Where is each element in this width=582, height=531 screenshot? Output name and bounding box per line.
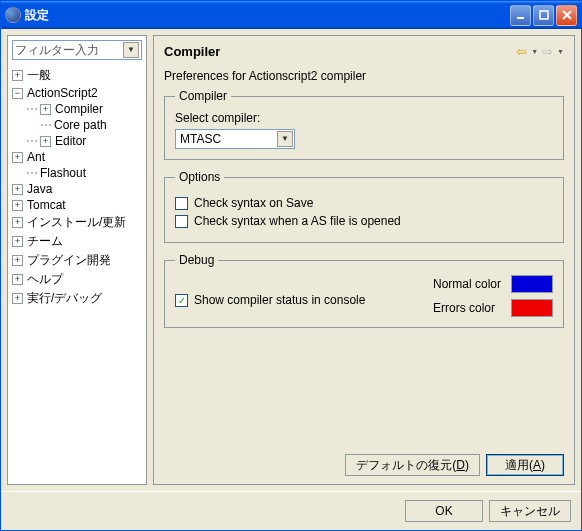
expand-icon[interactable]: + — [12, 255, 23, 266]
compiler-select[interactable]: MTASC — [175, 129, 295, 149]
debug-group: Debug ✓ Show compiler status in console … — [164, 253, 564, 328]
expand-icon[interactable]: + — [40, 136, 51, 147]
tree-item[interactable]: +インストール/更新 — [8, 213, 146, 232]
minimize-button[interactable] — [510, 5, 531, 26]
apply-button[interactable]: 適用(A) — [486, 454, 564, 476]
restore-defaults-button[interactable]: デフォルトの復元(D) — [345, 454, 480, 476]
tree-item[interactable]: +ヘルプ — [8, 270, 146, 289]
options-group: Options Check syntax on Save Check synta… — [164, 170, 564, 243]
maximize-button[interactable] — [533, 5, 554, 26]
tree-item[interactable]: −ActionScript2 — [8, 85, 146, 101]
expand-icon[interactable]: + — [40, 104, 51, 115]
expand-icon[interactable]: + — [12, 236, 23, 247]
svg-rect-1 — [540, 11, 548, 19]
collapse-icon[interactable]: − — [12, 88, 23, 99]
expand-icon[interactable]: + — [12, 184, 23, 195]
app-icon — [5, 7, 21, 23]
tree-item[interactable]: +Java — [8, 181, 146, 197]
tree-item[interactable]: ⋯Core path — [8, 117, 146, 133]
tree-item[interactable]: +プラグイン開発 — [8, 251, 146, 270]
page-title: Compiler — [164, 44, 516, 59]
cancel-button[interactable]: キャンセル — [489, 500, 571, 522]
right-panel: Compiler ⇦ ▼ ⇨ ▼ Preferences for Actions… — [153, 35, 575, 485]
debug-legend: Debug — [175, 253, 218, 267]
expand-icon[interactable]: + — [12, 70, 23, 81]
tree-item[interactable]: ⋯Flashout — [8, 165, 146, 181]
tree-item[interactable]: ⋯+Editor — [8, 133, 146, 149]
normal-color-button[interactable] — [511, 275, 553, 293]
forward-menu[interactable]: ▼ — [557, 48, 564, 55]
check-syntax-save-label: Check syntax on Save — [194, 196, 313, 210]
tree-item[interactable]: ⋯+Compiler — [8, 101, 146, 117]
back-menu[interactable]: ▼ — [531, 48, 538, 55]
errors-color-label: Errors color — [433, 301, 501, 315]
close-button[interactable] — [556, 5, 577, 26]
expand-icon[interactable]: + — [12, 293, 23, 304]
select-compiler-label: Select compiler: — [175, 111, 553, 125]
check-syntax-save-checkbox[interactable] — [175, 197, 188, 210]
check-syntax-open-label: Check syntax when a AS file is opened — [194, 214, 401, 228]
expand-icon[interactable]: + — [12, 217, 23, 228]
ok-button[interactable]: OK — [405, 500, 483, 522]
tree-item[interactable]: +Tomcat — [8, 197, 146, 213]
preference-tree[interactable]: +一般 −ActionScript2 ⋯+Compiler ⋯Core path… — [8, 64, 146, 484]
expand-icon[interactable]: + — [12, 200, 23, 211]
filter-input[interactable]: フィルター入力 — [12, 40, 142, 60]
left-panel: フィルター入力 +一般 −ActionScript2 ⋯+Compiler ⋯C… — [7, 35, 147, 485]
tree-item[interactable]: +Ant — [8, 149, 146, 165]
compiler-group: Compiler Select compiler: MTASC — [164, 89, 564, 160]
tree-item[interactable]: +チーム — [8, 232, 146, 251]
options-legend: Options — [175, 170, 224, 184]
show-compiler-status-label: Show compiler status in console — [194, 293, 365, 307]
svg-rect-0 — [517, 17, 524, 19]
tree-item[interactable]: +実行/デバッグ — [8, 289, 146, 308]
window-title: 設定 — [25, 7, 510, 24]
expand-icon[interactable]: + — [12, 274, 23, 285]
back-button[interactable]: ⇦ — [516, 44, 527, 59]
compiler-legend: Compiler — [175, 89, 231, 103]
expand-icon[interactable]: + — [12, 152, 23, 163]
errors-color-button[interactable] — [511, 299, 553, 317]
normal-color-label: Normal color — [433, 277, 501, 291]
tree-item[interactable]: +一般 — [8, 66, 146, 85]
show-compiler-status-checkbox[interactable]: ✓ — [175, 294, 188, 307]
forward-button: ⇨ — [542, 44, 553, 59]
title-bar: 設定 — [1, 1, 581, 29]
page-subtitle: Preferences for Actionscript2 compiler — [164, 69, 564, 83]
check-syntax-open-checkbox[interactable] — [175, 215, 188, 228]
